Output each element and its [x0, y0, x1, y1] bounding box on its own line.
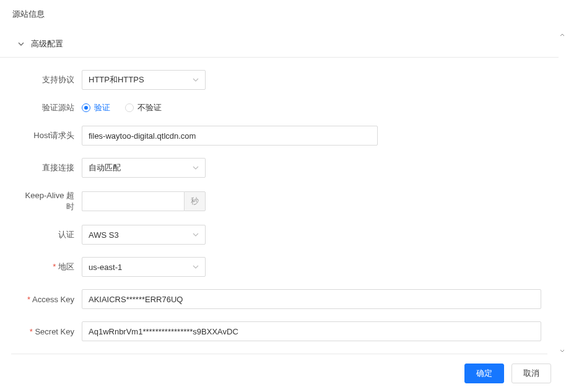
content-area: 高级配置 支持协议 HTTP和HTTPS 验证源站 验证	[0, 31, 566, 355]
access-key-label: Access Key	[17, 295, 82, 304]
radio-unchecked-icon	[125, 103, 134, 112]
direct-label: 直接连接	[17, 162, 82, 173]
chevron-down-icon	[193, 165, 199, 171]
direct-value: 自动匹配	[89, 162, 121, 173]
dialog-title: 源站信息	[0, 0, 566, 28]
chevron-down-icon	[17, 40, 25, 48]
keepalive-input[interactable]	[82, 191, 184, 211]
scrollbar[interactable]	[560, 31, 565, 355]
verify-radio-yes[interactable]: 验证	[82, 102, 110, 113]
keepalive-suffix: 秒	[184, 191, 206, 211]
section-title: 高级配置	[31, 38, 63, 50]
host-label: Host请求头	[17, 130, 82, 141]
confirm-button[interactable]: 确定	[464, 364, 504, 383]
form-body: 支持协议 HTTP和HTTPS 验证源站 验证	[0, 58, 559, 341]
chevron-down-icon	[193, 232, 199, 238]
region-select[interactable]: us-east-1	[82, 257, 206, 277]
secret-key-label: Secret Key	[17, 327, 82, 336]
chevron-down-icon	[193, 264, 199, 270]
verify-radio-no[interactable]: 不验证	[125, 102, 162, 113]
secret-key-input[interactable]	[82, 321, 541, 341]
scroll-down-icon[interactable]	[559, 347, 565, 354]
verify-yes-label: 验证	[94, 102, 110, 113]
radio-checked-icon	[82, 103, 90, 112]
access-key-input[interactable]	[82, 289, 541, 309]
region-value: us-east-1	[89, 263, 122, 272]
section-advanced-config[interactable]: 高级配置	[0, 31, 559, 58]
verify-label: 验证源站	[17, 102, 82, 113]
scroll-up-icon[interactable]	[559, 32, 565, 38]
direct-select[interactable]: 自动匹配	[82, 158, 206, 178]
verify-no-label: 不验证	[137, 102, 162, 113]
protocol-select[interactable]: HTTP和HTTPS	[82, 70, 206, 90]
host-input[interactable]	[82, 126, 378, 146]
auth-value: AWS S3	[89, 230, 119, 240]
region-label: 地区	[17, 261, 82, 272]
protocol-label: 支持协议	[17, 74, 82, 85]
chevron-down-icon	[193, 77, 199, 83]
footer: 确定 取消	[0, 355, 566, 392]
auth-select[interactable]: AWS S3	[82, 225, 206, 245]
cancel-button[interactable]: 取消	[512, 364, 551, 383]
auth-label: 认证	[17, 229, 82, 240]
divider	[11, 354, 547, 354]
keepalive-label: Keep-Alive 超时	[17, 190, 82, 212]
protocol-value: HTTP和HTTPS	[89, 74, 144, 85]
